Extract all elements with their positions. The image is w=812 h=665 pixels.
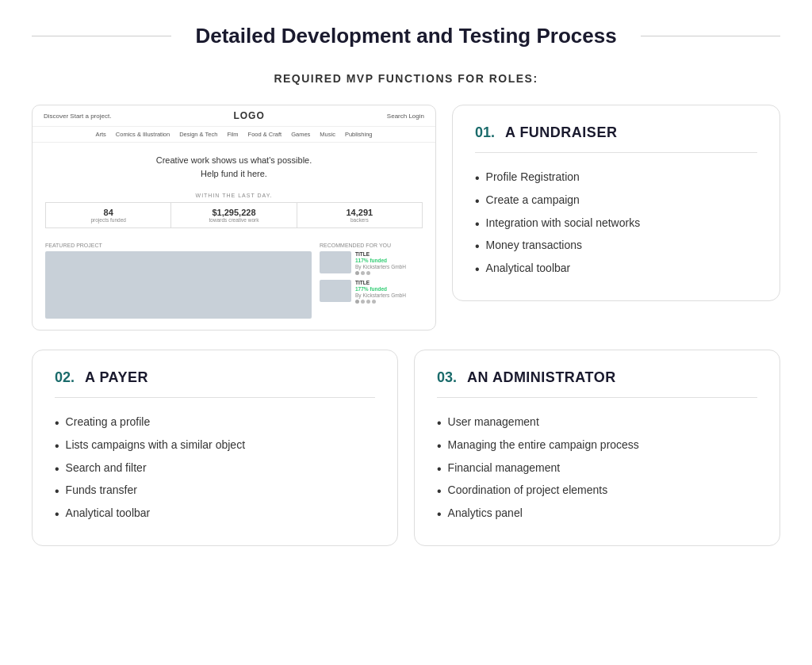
payer-item-5: Analytical toolbar [55, 503, 375, 526]
mockup-rec-title-2: TITLE [355, 280, 406, 285]
administrator-title: 03. AN ADMINISTRATOR [437, 369, 757, 398]
payer-title: 02. A PAYER [55, 369, 375, 398]
mockup-rec-sub-2: By Kickstarters GmbH [355, 292, 406, 298]
mockup-nav: Discover Start a project. LOGO Search Lo… [33, 105, 435, 127]
mockup-rec-item-2: TITLE 177% funded By Kickstarters GmbH [320, 280, 423, 304]
fundraiser-item-4: Money transactions [475, 235, 757, 258]
fundraiser-item-5: Analytical toolbar [475, 258, 757, 281]
mockup-stat-label-3: backers [301, 217, 419, 223]
mockup-container: Discover Start a project. LOGO Search Lo… [32, 105, 436, 331]
dot-2b [361, 300, 365, 304]
mockup-stat-3: 14,291 backers [297, 203, 422, 227]
payer-item-2: Lists campaigns with a similar object [55, 435, 375, 458]
payer-num: 02. [55, 369, 75, 385]
mockup-stat-2: $1,295,228 towards creative work [171, 203, 297, 227]
admin-item-4: Coordination of project elements [437, 480, 757, 503]
administrator-list: User management Managing the entire camp… [437, 412, 757, 526]
mockup-rec-sub-1: By Kickstarters GmbH [355, 264, 406, 269]
mockup-recommended-label: RECOMMENDED FOR YOU [320, 243, 423, 248]
fundraiser-list: Profile Registration Create a campaign I… [475, 167, 757, 281]
mockup-stat-num-2: $1,295,228 [174, 208, 293, 217]
mockup-featured-image [45, 251, 312, 319]
admin-item-1: User management [437, 412, 757, 435]
mockup-rec-title-1: TITLE [355, 251, 406, 257]
mockup-nav-right: Search Login [387, 113, 424, 120]
cat-games: Games [291, 131, 310, 138]
payer-list: Creating a profile Lists campaigns with … [55, 412, 375, 526]
mockup-stat-1: 84 projects funded [46, 203, 171, 227]
payer-item-3: Search and filter [55, 458, 375, 481]
mockup-featured: FEATURED PROJECT [45, 243, 312, 319]
mockup-rec-thumb-1 [320, 251, 351, 273]
cat-film: Film [227, 131, 238, 138]
mockup-categories: Arts Comics & Illustration Design & Tech… [33, 127, 435, 143]
payer-card: 02. A PAYER Creating a profile Lists cam… [32, 350, 398, 546]
mockup-rec-funded-1: 117% funded [355, 258, 406, 263]
page-title: Detailed Development and Testing Process [187, 24, 624, 48]
mockup-featured-label: FEATURED PROJECT [45, 243, 312, 248]
mockup-stat-num-1: 84 [49, 208, 167, 217]
mockup-hero-line2: Help fund it here. [48, 167, 419, 181]
mockup-bottom: FEATURED PROJECT RECOMMENDED FOR YOU TIT… [33, 238, 435, 330]
dot-1c [366, 271, 370, 275]
mockup-within-label: WITHIN THE LAST DAY. [33, 193, 435, 198]
mockup-rec-thumb-2 [320, 280, 351, 302]
top-section: Discover Start a project. LOGO Search Lo… [32, 105, 780, 331]
mockup-stat-label-2: towards creative work [174, 217, 293, 223]
mockup-dots-2 [355, 300, 406, 304]
mockup-rec-item-1: TITLE 117% funded By Kickstarters GmbH [320, 251, 423, 275]
fundraiser-card: 01. A FUNDRAISER Profile Registration Cr… [452, 105, 780, 301]
mockup-stat-num-3: 14,291 [301, 208, 419, 217]
admin-item-2: Managing the entire campaign process [437, 435, 757, 458]
mockup-recommended: RECOMMENDED FOR YOU TITLE 117% funded By… [320, 243, 423, 319]
fundraiser-title: 01. A FUNDRAISER [475, 124, 757, 153]
bottom-section: 02. A PAYER Creating a profile Lists cam… [32, 350, 780, 546]
cat-food: Food & Craft [248, 131, 282, 138]
dot-2a [355, 300, 359, 304]
dot-1b [361, 271, 365, 275]
administrator-card: 03. AN ADMINISTRATOR User management Man… [414, 350, 780, 546]
mockup-rec-info-2: TITLE 177% funded By Kickstarters GmbH [355, 280, 406, 304]
dot-2d [372, 300, 376, 304]
cat-arts: Arts [95, 131, 105, 138]
cat-comics: Comics & Illustration [116, 131, 170, 138]
cat-publishing: Publishing [345, 131, 373, 138]
fundraiser-item-1: Profile Registration [475, 167, 757, 190]
cat-design: Design & Tech [179, 131, 217, 138]
fundraiser-item-2: Create a campaign [475, 190, 757, 213]
mockup-rec-info-1: TITLE 117% funded By Kickstarters GmbH [355, 251, 406, 275]
admin-item-3: Financial management [437, 458, 757, 481]
cat-music: Music [320, 131, 335, 138]
subtitle: REQUIRED MVP FUNCTIONS FOR ROLES: [32, 72, 780, 85]
payer-name: A PAYER [85, 369, 148, 385]
mockup-stats: 84 projects funded $1,295,228 towards cr… [45, 202, 423, 228]
administrator-name: AN ADMINISTRATOR [467, 369, 616, 385]
mockup-hero-line1: Creative work shows us what's possible. [48, 154, 419, 167]
payer-item-1: Creating a profile [55, 412, 375, 435]
mockup-dots-1 [355, 271, 406, 275]
mockup-logo: LOGO [233, 110, 264, 121]
dot-1a [355, 271, 359, 275]
admin-item-5: Analytics panel [437, 503, 757, 526]
mockup-rec-funded-2: 177% funded [355, 286, 406, 292]
mockup-nav-left: Discover Start a project. [44, 113, 111, 120]
mockup-stat-label-1: projects funded [49, 217, 167, 223]
administrator-num: 03. [437, 369, 457, 385]
fundraiser-name: A FUNDRAISER [505, 124, 617, 140]
page-header: Detailed Development and Testing Process [32, 24, 780, 48]
payer-item-4: Funds transfer [55, 480, 375, 503]
fundraiser-num: 01. [475, 124, 495, 140]
mockup-hero: Creative work shows us what's possible. … [33, 143, 435, 188]
fundraiser-item-3: Integration with social networks [475, 213, 757, 236]
dot-2c [366, 300, 370, 304]
